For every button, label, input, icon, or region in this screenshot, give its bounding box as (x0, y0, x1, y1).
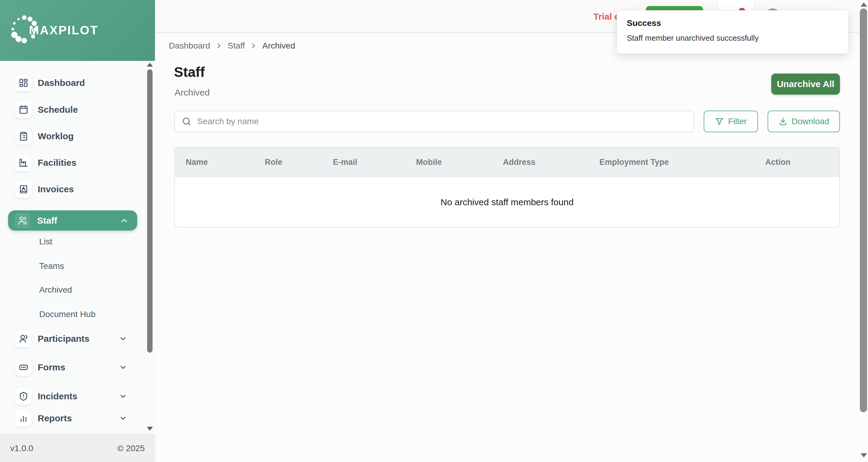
app-version: v1.0.0 (10, 443, 33, 453)
chevron-right-icon (250, 42, 257, 50)
unarchive-all-button[interactable]: Unarchive All (771, 73, 840, 95)
sidebar-item-participants[interactable]: Participants (15, 330, 127, 347)
page-scrollbar-thumb[interactable] (860, 8, 867, 412)
sidebar-header: MAXPILOT (0, 0, 155, 61)
chevron-up-icon (120, 216, 129, 225)
clipboard-list-icon (15, 128, 32, 145)
sidebar-subitem-label: Archived (39, 285, 72, 295)
column-header-name: Name (186, 147, 208, 177)
table-header-row: Name Role E-mail Mobile Address Employme… (175, 147, 839, 177)
success-toast: Success Staff member unarchived successf… (617, 10, 848, 54)
staff-table: Name Role E-mail Mobile Address Employme… (174, 147, 840, 228)
users-icon (15, 331, 32, 347)
download-button-label: Download (792, 117, 829, 126)
app-root: MAXPILOT Dashboard Schedule Worklog (0, 0, 868, 462)
page-scroll-up-arrow[interactable] (861, 2, 867, 7)
column-header-mobile: Mobile (416, 147, 442, 177)
download-icon (778, 117, 787, 126)
sidebar-item-incidents[interactable]: Incidents (15, 388, 127, 405)
search-icon (182, 116, 192, 127)
shield-alert-icon (15, 388, 32, 405)
breadcrumb-item-dashboard[interactable]: Dashboard (169, 41, 210, 51)
search-box[interactable] (174, 110, 694, 132)
brand-logo: MAXPILOT (29, 24, 99, 37)
column-header-email: E-mail (333, 147, 357, 177)
sidebar-subitem-label: List (39, 237, 53, 246)
sidebar-item-label: Worklog (38, 131, 127, 141)
toast-message: Staff member unarchived successfully (627, 33, 838, 43)
sidebar-item-label: Staff (37, 216, 120, 226)
column-header-action: Action (765, 147, 790, 177)
search-input[interactable] (197, 117, 687, 126)
sidebar-nav: Dashboard Schedule Worklog Facilities (0, 61, 155, 434)
dashboard-icon (15, 75, 32, 91)
invoice-book-icon (15, 181, 32, 198)
sidebar: MAXPILOT Dashboard Schedule Worklog (0, 0, 155, 462)
sidebar-scroll-down-arrow[interactable] (147, 427, 153, 431)
sidebar-item-dashboard[interactable]: Dashboard (15, 74, 127, 91)
filter-button[interactable]: Filter (704, 110, 758, 132)
sidebar-item-label: Facilities (38, 158, 127, 168)
sidebar-scrollbar-thumb[interactable] (147, 69, 153, 353)
sidebar-subitem-label: Document Hub (39, 309, 96, 319)
page-scroll-down-arrow[interactable] (861, 453, 867, 458)
sidebar-item-schedule[interactable]: Schedule (15, 101, 127, 118)
column-header-address: Address (503, 147, 535, 177)
download-button[interactable]: Download (768, 110, 840, 132)
sidebar-footer: v1.0.0 © 2025 (0, 434, 155, 462)
page-subtitle: Archived (175, 88, 210, 98)
sidebar-item-reports[interactable]: Reports (15, 410, 127, 427)
users-icon (15, 213, 30, 228)
breadcrumb-item-staff[interactable]: Staff (228, 41, 245, 51)
sidebar-item-label: Participants (38, 334, 119, 344)
sidebar-subitem-teams[interactable]: Teams (39, 258, 130, 274)
chevron-down-icon (119, 392, 127, 400)
sidebar-item-invoices[interactable]: Invoices (15, 181, 127, 198)
copyright: © 2025 (117, 443, 145, 453)
column-header-role: Role (265, 147, 282, 177)
filter-button-label: Filter (728, 117, 747, 126)
sidebar-item-label: Schedule (38, 105, 127, 115)
sidebar-item-facilities[interactable]: Facilities (15, 154, 127, 171)
sidebar-item-staff-active[interactable]: Staff (8, 210, 137, 231)
calendar-icon (15, 102, 32, 118)
form-card-icon (15, 359, 32, 376)
breadcrumb-item-archived: Archived (262, 41, 295, 51)
toast-title: Success (627, 19, 838, 28)
sidebar-subitem-list[interactable]: List (39, 233, 130, 250)
breadcrumb: Dashboard Staff Archived (169, 40, 295, 52)
factory-icon (15, 155, 32, 171)
page-title: Staff (174, 64, 205, 80)
sidebar-item-label: Invoices (38, 184, 127, 194)
funnel-icon (715, 117, 724, 126)
sidebar-item-label: Dashboard (38, 78, 127, 88)
sidebar-item-label: Incidents (38, 391, 119, 401)
chevron-right-icon (215, 42, 223, 50)
column-header-employment-type: Employment Type (599, 147, 669, 177)
sidebar-item-forms[interactable]: Forms (15, 359, 127, 376)
chevron-down-icon (119, 363, 127, 372)
sidebar-subitem-archived[interactable]: Archived (39, 282, 130, 298)
chevron-down-icon (119, 334, 127, 343)
sidebar-subitem-document-hub[interactable]: Document Hub (39, 306, 130, 323)
trial-banner-text: Trial e (593, 0, 620, 33)
chevron-down-icon (119, 414, 127, 423)
sidebar-scroll-up-arrow[interactable] (147, 63, 153, 67)
sidebar-item-label: Forms (38, 362, 119, 372)
sidebar-subitem-label: Teams (39, 261, 64, 271)
table-empty-message: No archived staff members found (175, 177, 839, 228)
sidebar-item-label: Reports (38, 413, 119, 423)
sidebar-item-worklog[interactable]: Worklog (15, 128, 127, 145)
bar-chart-icon (15, 410, 32, 427)
